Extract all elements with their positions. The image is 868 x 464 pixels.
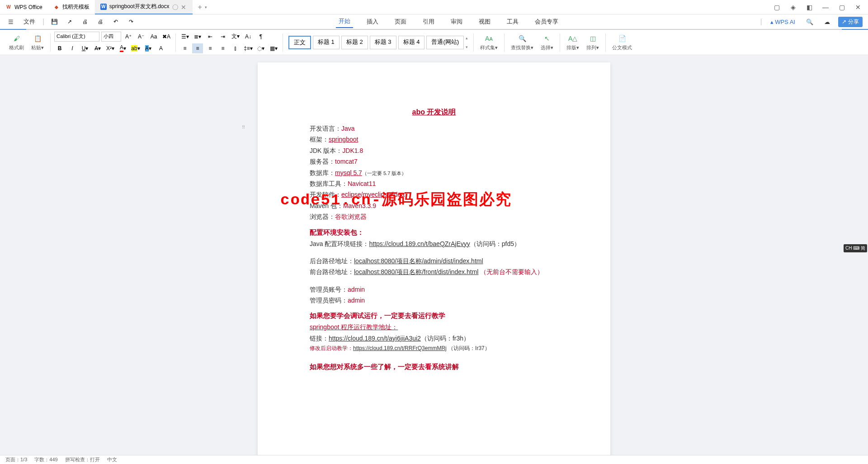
plus-icon: + — [198, 3, 202, 11]
style-normal[interactable]: 普通(网站) — [426, 36, 464, 49]
window-controls: ▢ ◈ ◧ — ▢ ✕ — [770, 1, 868, 14]
sort-layout-button[interactable]: A△排版▾ — [564, 33, 582, 52]
server-label: 服务器： — [310, 158, 335, 165]
increase-font-icon[interactable]: A⁺ — [123, 32, 134, 42]
cloud-icon[interactable]: ☁ — [821, 17, 833, 27]
sb-teach-label: springboot 程序运行教学地址： — [310, 323, 398, 331]
db-label: 数据库： — [310, 169, 335, 176]
style-set-button[interactable]: Aᴀ样式集▾ — [477, 33, 500, 52]
hamburger-icon[interactable]: ☰ — [5, 17, 16, 27]
style-h1[interactable]: 标题 1 — [313, 36, 340, 49]
tab-member[interactable]: 会员专享 — [532, 16, 561, 28]
link2-value[interactable]: https://cloud.189.cn/t/ayi6jiiA3ui2 — [329, 335, 421, 342]
tab-review[interactable]: 审阅 — [448, 16, 465, 28]
decrease-font-icon[interactable]: A⁻ — [136, 32, 146, 42]
status-spellcheck[interactable]: 拼写检查：打开 — [65, 456, 100, 463]
find-replace-button[interactable]: 🔍查找替换▾ — [508, 33, 536, 52]
sort-button[interactable]: A↓ — [243, 32, 254, 42]
style-body[interactable]: 正文 — [288, 36, 311, 49]
tab-start[interactable]: 开始 — [336, 15, 353, 28]
env-code: （访问码：pfd5） — [470, 240, 520, 247]
paste-button[interactable]: 📋 粘贴▾ — [28, 33, 47, 52]
save-icon[interactable]: 💾 — [49, 17, 60, 27]
font-size-select[interactable] — [101, 32, 121, 42]
package-icon[interactable]: ◈ — [787, 1, 799, 14]
text-direction-button[interactable]: 文▾ — [230, 32, 241, 42]
justify-button[interactable]: ≡ — [217, 43, 228, 53]
close-icon[interactable]: ✕ — [181, 4, 187, 10]
search-icon[interactable]: 🔍 — [803, 17, 816, 27]
export-icon[interactable]: ↗ — [64, 17, 75, 27]
font-color-button[interactable]: A▾ — [118, 43, 128, 53]
fix-link[interactable]: https://cloud.189.cn/t/RRFrQ3emmMRj — [353, 345, 447, 351]
style-scroll[interactable]: ▴▾ — [466, 36, 468, 49]
bold-button[interactable]: B — [54, 43, 65, 53]
watermark: code51.cn-源码乐园盗图必究 — [280, 189, 512, 210]
drag-handle-icon[interactable]: ⠿ — [242, 125, 246, 130]
tab-document[interactable]: W springboot开发文档.docx ◯ ✕ — [95, 0, 193, 14]
highlight-button[interactable]: ab▾ — [130, 43, 141, 53]
align-center-button[interactable]: ≡ — [192, 43, 203, 53]
tab-tools[interactable]: 工具 — [504, 16, 521, 28]
superscript-button[interactable]: X²▾ — [105, 43, 116, 53]
arrange-button[interactable]: ◫排列▾ — [584, 33, 602, 52]
show-marks-button[interactable]: ¶ — [255, 32, 266, 42]
select-button[interactable]: ↖选择▾ — [538, 33, 556, 52]
arrange-icon: ◫ — [588, 33, 598, 43]
print-icon[interactable]: 🖨 — [80, 17, 90, 27]
numbering-button[interactable]: ≣▾ — [192, 32, 203, 42]
tab-insert[interactable]: 插入 — [364, 16, 381, 28]
format-painter-button[interactable]: 🖌 格式刷 — [6, 33, 27, 52]
increase-indent-button[interactable]: ⇥ — [217, 32, 228, 42]
tab-view[interactable]: 视图 — [476, 16, 493, 28]
status-language[interactable]: 中文 — [107, 456, 117, 463]
minimize-button[interactable]: — — [819, 1, 832, 14]
avatar-icon[interactable]: ◧ — [803, 1, 816, 14]
backend-label: 后台路径地址： — [310, 257, 354, 265]
ime-indicator[interactable]: CH ⌨ 简 — [844, 244, 867, 252]
doc-mode-button[interactable]: 📄公文模式 — [609, 33, 635, 52]
close-button[interactable]: ✕ — [852, 1, 864, 14]
tab-wps-office[interactable]: W WPS Office — [0, 0, 48, 14]
clear-format-icon[interactable]: ✖A — [161, 32, 172, 42]
status-page[interactable]: 页面：1/3 — [5, 456, 27, 463]
decrease-indent-button[interactable]: ⇤ — [205, 32, 216, 42]
change-case-icon[interactable]: Aa — [148, 32, 159, 42]
align-right-button[interactable]: ≡ — [205, 43, 216, 53]
style-h3[interactable]: 标题 3 — [370, 36, 396, 49]
italic-button[interactable]: I — [67, 43, 78, 53]
char-border-button[interactable]: A — [156, 43, 166, 53]
frontend-value: localhost:8080/项目名称/front/dist/index.htm… — [354, 268, 478, 275]
shading-button[interactable]: A▾ — [143, 43, 154, 53]
line-spacing-button[interactable]: ‡≡▾ — [243, 43, 254, 53]
file-menu[interactable]: 文件 — [21, 16, 38, 28]
tab-templates[interactable]: ◆ 找稻壳模板 — [48, 0, 95, 14]
env-link[interactable]: https://cloud.189.cn/t/baeQZrAjEvyy — [369, 240, 470, 247]
share-button[interactable]: ↗ 分享 — [838, 17, 863, 27]
fill-color-button[interactable]: ◌▾ — [255, 43, 266, 53]
underline-button[interactable]: U▾ — [80, 43, 90, 53]
maximize-button[interactable]: ▢ — [835, 1, 848, 14]
align-left-button[interactable]: ≡ — [179, 43, 190, 53]
tab-overview-icon[interactable]: ▢ — [770, 1, 783, 14]
tab-reference[interactable]: 引用 — [420, 16, 437, 28]
strike-button[interactable]: A̶▾ — [92, 43, 103, 53]
wps-ai-button[interactable]: ▴ WPS AI — [768, 17, 798, 27]
distribute-button[interactable]: ⫿ — [230, 43, 241, 53]
bullets-button[interactable]: ☰▾ — [179, 32, 190, 42]
print-preview-icon[interactable]: 🖨 — [95, 17, 106, 27]
ribbon: 🖌 格式刷 📋 粘贴▾ A⁺ A⁻ Aa ✖A B I U▾ A̶▾ X²▾ A… — [0, 30, 868, 55]
frontend-note: （无前台不需要输入） — [478, 268, 543, 275]
titlebar: W WPS Office ◆ 找稻壳模板 W springboot开发文档.do… — [0, 0, 868, 14]
style-h4[interactable]: 标题 4 — [398, 36, 425, 49]
db-value: mysql 5.7 — [335, 169, 362, 176]
document-canvas[interactable]: ⠿ abo 开发说明 开发语言：Java 框架：springboot JDK 版… — [0, 56, 868, 455]
font-name-select[interactable] — [54, 32, 99, 42]
borders-button[interactable]: ▦▾ — [268, 43, 279, 53]
style-h2[interactable]: 标题 2 — [341, 36, 368, 49]
status-words[interactable]: 字数：449 — [34, 456, 57, 463]
tab-add[interactable]: + ▾ — [193, 0, 212, 14]
tab-page[interactable]: 页面 — [392, 16, 409, 28]
undo-icon[interactable]: ↶ — [110, 17, 121, 27]
redo-icon[interactable]: ↷ — [126, 17, 137, 27]
